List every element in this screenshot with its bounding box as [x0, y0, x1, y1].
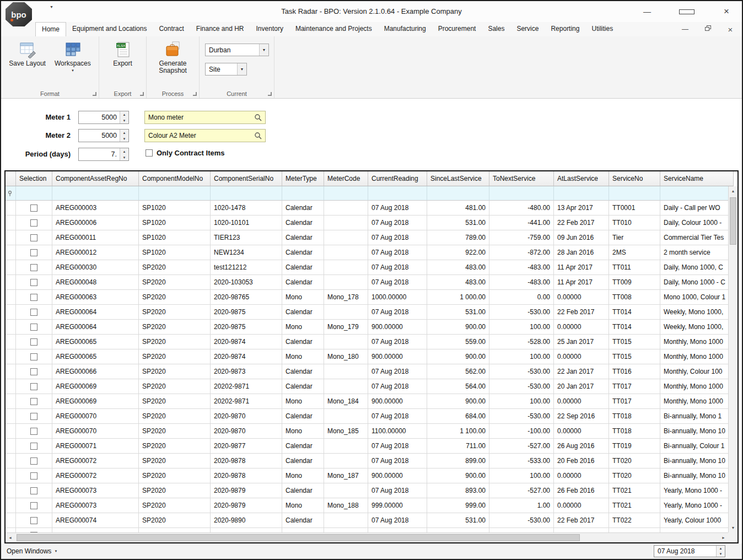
meter1-search-input[interactable]: Mono meter: [144, 111, 266, 124]
meter2-search-input[interactable]: Colour A2 Meter: [144, 129, 266, 142]
scroll-left-icon[interactable]: ◄: [6, 533, 15, 542]
process-dialog-launcher-icon[interactable]: [193, 92, 197, 96]
filter-cell-componentassetregno[interactable]: [52, 186, 139, 201]
table-row[interactable]: AREG000073SP20202020-9879Calendar07 Aug …: [6, 483, 734, 498]
maximize-button[interactable]: [679, 7, 694, 16]
table-row[interactable]: AREG000072SP20202020-9878Calendar07 Aug …: [6, 454, 734, 469]
column-header-metertype[interactable]: MeterType: [282, 171, 324, 186]
filter-cell-metertype[interactable]: [282, 186, 324, 201]
tab-procurement[interactable]: Procurement: [432, 22, 482, 36]
table-row[interactable]: AREG000011SP1020TIER123Calendar07 Aug 20…: [6, 230, 734, 245]
table-row[interactable]: AREG000070SP20202020-9870Calendar07 Aug …: [6, 409, 734, 424]
meter1-spinner[interactable]: 5000 ▲ ▼: [78, 111, 129, 124]
only-contract-items-checkbox[interactable]: Only Contract Items: [146, 149, 225, 157]
table-row[interactable]: AREG000064SP20202020-9875MonoMono_179900…: [6, 320, 734, 335]
row-checkbox[interactable]: [30, 487, 37, 494]
table-row[interactable]: AREG000075SP20202020-9891Calendar07 Aug …: [6, 528, 734, 532]
row-checkbox[interactable]: [30, 294, 37, 301]
export-dialog-launcher-icon[interactable]: [140, 92, 144, 96]
table-row[interactable]: AREG000072SP20202020-9878MonoMono_187900…: [6, 469, 734, 483]
tab-inventory[interactable]: Inventory: [250, 22, 289, 36]
row-checkbox[interactable]: [30, 457, 37, 465]
vertical-scrollbar[interactable]: ▲ ▼: [728, 186, 737, 532]
column-header-componentassetregno[interactable]: ComponentAssetRegNo: [52, 171, 139, 186]
tab-home[interactable]: Home: [35, 22, 66, 36]
row-checkbox[interactable]: [30, 443, 37, 450]
column-header-tonextservice[interactable]: ToNextService: [489, 171, 554, 186]
status-date-input[interactable]: 07 Aug 2018 ▲ ▼: [654, 545, 725, 557]
tab-reporting[interactable]: Reporting: [545, 22, 585, 36]
scroll-down-icon[interactable]: ▼: [729, 523, 737, 532]
table-row[interactable]: AREG000030SP2020test121212Calendar07 Aug…: [6, 260, 734, 275]
row-checkbox[interactable]: [30, 204, 37, 212]
table-row[interactable]: AREG000048SP20202020-103053Calendar07 Au…: [6, 275, 734, 290]
vertical-scroll-track[interactable]: [729, 196, 737, 523]
current-site-select[interactable]: Durban ▼: [205, 44, 269, 56]
minimize-button[interactable]: —: [639, 7, 655, 16]
table-row[interactable]: AREG000070SP20202020-9870MonoMono_185110…: [6, 424, 734, 439]
row-checkbox[interactable]: [30, 368, 37, 375]
horizontal-scroll-track[interactable]: [15, 533, 719, 542]
row-checkbox[interactable]: [30, 264, 37, 271]
tab-service[interactable]: Service: [510, 22, 545, 36]
ribbon-minimize-button[interactable]: —: [679, 25, 691, 33]
format-dialog-launcher-icon[interactable]: [93, 92, 96, 96]
column-header-serviceno[interactable]: ServiceNo: [609, 171, 660, 186]
meter1-spin-buttons[interactable]: ▲ ▼: [120, 111, 128, 123]
table-row[interactable]: AREG000073SP20202020-9879MonoMono_188999…: [6, 498, 734, 513]
row-checkbox[interactable]: [30, 383, 37, 390]
export-button[interactable]: XLSX Export: [105, 39, 141, 69]
spin-up-icon[interactable]: ▲: [717, 546, 725, 551]
spin-up-icon[interactable]: ▲: [120, 111, 128, 117]
row-checkbox[interactable]: [30, 249, 37, 256]
row-checkbox[interactable]: [30, 338, 37, 346]
current-level-select[interactable]: Site ▼: [205, 63, 247, 76]
table-row[interactable]: AREG000069SP202020202-9871MonoMono_18490…: [6, 394, 734, 409]
filter-cell-sincelastservice[interactable]: [427, 186, 489, 201]
filter-cell-servicename[interactable]: [660, 186, 734, 201]
spin-down-icon[interactable]: ▼: [120, 117, 128, 123]
column-header-servicename[interactable]: ServiceName: [660, 171, 734, 186]
table-row[interactable]: AREG000065SP20202020-9874MonoMono_180900…: [6, 349, 734, 364]
filter-cell-serviceno[interactable]: [609, 186, 660, 201]
column-header-sincelastservice[interactable]: SinceLastService: [427, 171, 489, 186]
table-row[interactable]: AREG000012SP1020NEW1234Calendar07 Aug 20…: [6, 245, 734, 260]
row-checkbox[interactable]: [30, 353, 37, 360]
row-checkbox[interactable]: [30, 234, 37, 241]
site-select-caret-icon[interactable]: ▼: [259, 44, 268, 56]
current-dialog-launcher-icon[interactable]: [268, 92, 272, 96]
table-row[interactable]: AREG000063SP20202020-98765MonoMono_17810…: [6, 290, 734, 305]
row-checkbox[interactable]: [30, 398, 37, 405]
tab-finance-and-hr[interactable]: Finance and HR: [190, 22, 250, 36]
scroll-up-icon[interactable]: ▲: [729, 186, 737, 196]
tab-equipment-and-locations[interactable]: Equipment and Locations: [66, 22, 153, 36]
tab-maintenance-and-projects[interactable]: Maintenance and Projects: [289, 22, 378, 36]
filter-cell-metercode[interactable]: [324, 186, 368, 201]
row-checkbox[interactable]: [30, 517, 37, 524]
column-header-componentmodelno[interactable]: ComponentModelNo: [139, 171, 211, 186]
row-checkbox[interactable]: [30, 309, 37, 316]
date-spin-buttons[interactable]: ▲ ▼: [716, 546, 725, 557]
generate-snapshot-button[interactable]: Generate Snapshot: [150, 39, 196, 76]
search-icon[interactable]: [254, 132, 262, 139]
scroll-right-icon[interactable]: ►: [719, 533, 728, 542]
filter-cell-currentreading[interactable]: [368, 186, 427, 201]
table-row[interactable]: AREG000064SP20202020-9875Calendar07 Aug …: [6, 305, 734, 320]
row-checkbox[interactable]: [30, 324, 37, 331]
column-header-metercode[interactable]: MeterCode: [324, 171, 368, 186]
period-spin-buttons[interactable]: ▲ ▼: [120, 148, 128, 160]
column-header-componentserialno[interactable]: ComponentSerialNo: [211, 171, 282, 186]
tab-utilities[interactable]: Utilities: [585, 22, 619, 36]
search-icon[interactable]: [254, 114, 262, 121]
close-button[interactable]: ×: [719, 6, 734, 17]
column-header-selection[interactable]: Selection: [16, 171, 52, 186]
period-days-spinner[interactable]: 7. ▲ ▼: [78, 148, 129, 161]
row-checkbox[interactable]: [30, 428, 37, 435]
vertical-scroll-thumb[interactable]: [730, 197, 736, 245]
tab-contract[interactable]: Contract: [153, 22, 190, 36]
ribbon-restore-button[interactable]: [702, 25, 714, 33]
level-select-caret-icon[interactable]: ▼: [237, 63, 246, 75]
open-windows-button[interactable]: Open Windows ▼: [7, 543, 57, 559]
row-checkbox[interactable]: [30, 413, 37, 420]
column-header-atlastservice[interactable]: AtLastService: [554, 171, 609, 186]
